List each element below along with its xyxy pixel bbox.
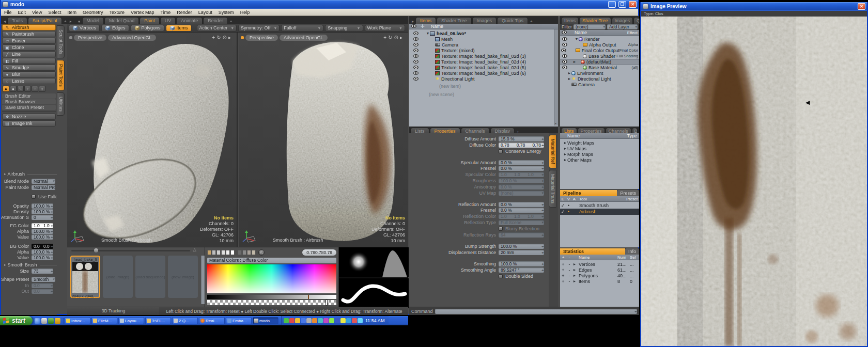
- quick-launch-icon[interactable]: [41, 318, 47, 324]
- add-to-selection-icon[interactable]: +: [560, 267, 566, 273]
- vtab-sculpt-tools[interactable]: Sculpt Tools: [57, 25, 65, 58]
- preview-collapse-arrow-icon[interactable]: ◀: [805, 99, 810, 106]
- menu-texture[interactable]: Texture: [106, 10, 128, 15]
- snapping-dropdown[interactable]: Snapping▼: [325, 25, 363, 31]
- attenuation-steps-field[interactable]: 0: [32, 215, 53, 220]
- falloff-dropdown[interactable]: Falloff▼: [281, 25, 323, 31]
- reflection-amount-field[interactable]: 0.0 %: [499, 202, 544, 207]
- menu-view[interactable]: View: [29, 10, 45, 15]
- tray-icon[interactable]: [358, 318, 363, 323]
- tray-icon[interactable]: [289, 318, 295, 323]
- tab-model[interactable]: Model: [82, 17, 104, 24]
- shader-row-final-color-output[interactable]: Final Color OutputFinal Color: [560, 48, 639, 53]
- item-row-texture-5[interactable]: Texture: Image: head_bake_final_02d (5): [409, 65, 558, 70]
- pipeline-row-airbrush[interactable]: ✓ • Airbrush: [560, 209, 639, 215]
- viewport-tabs-dot-icon[interactable]: ●: [76, 19, 82, 24]
- tabs-scroll-right-icon[interactable]: ▸: [68, 19, 73, 24]
- vtab-material-ref[interactable]: Material Ref: [549, 135, 556, 168]
- slider-handle[interactable]: [94, 248, 98, 253]
- tool-paintbrush[interactable]: ✎Paintbrush: [2, 31, 56, 37]
- expand-icon[interactable]: ►: [572, 268, 577, 272]
- stat-row-polygons[interactable]: +-►Polygons40......: [560, 273, 639, 278]
- rotate-icon[interactable]: ↻: [216, 35, 222, 40]
- item-row-mesh[interactable]: Mesh: [409, 36, 558, 42]
- reflection-type-select[interactable]: Full Scene: [499, 220, 544, 225]
- vtab-paint-tools[interactable]: Paint Tools: [57, 60, 65, 91]
- blurry-reflection-checkbox[interactable]: [499, 227, 503, 231]
- menu-select[interactable]: Select: [45, 10, 64, 15]
- add-viewport-tab-icon[interactable]: +: [228, 19, 234, 24]
- picker-mode-header[interactable]: Material Colors : Diffuse Color: [207, 258, 336, 263]
- tool-lasso[interactable]: ◌Lasso: [2, 78, 56, 84]
- eye-icon[interactable]: [562, 43, 567, 46]
- in-field[interactable]: 0.0: [32, 283, 53, 288]
- brush-browser-link[interactable]: Brush Browser: [2, 99, 56, 104]
- enabled-check-icon[interactable]: ✓: [560, 209, 566, 214]
- maximize-button[interactable]: ❐: [618, 1, 626, 8]
- taskbar-button-inbox[interactable]: Inbox...: [65, 317, 90, 324]
- list-row-other-maps[interactable]: ►Other Maps: [560, 157, 639, 163]
- viewport-left[interactable]: Perspective Advanced OpenGL +↻⊙▸ Smooth …: [67, 33, 238, 247]
- text-brush-tip-icon[interactable]: T: [39, 86, 45, 92]
- load-sequence-cell[interactable]: (load sequence): [135, 256, 165, 298]
- pipeline-row-smooth-brush[interactable]: ✓ • Smooth Brush: [560, 202, 639, 209]
- menu-help[interactable]: Help: [237, 10, 253, 15]
- shader-row-base-material[interactable]: Base Material(all): [560, 65, 639, 70]
- tool-clone[interactable]: ▣Clone: [2, 44, 56, 51]
- menu-item[interactable]: Item: [64, 10, 80, 15]
- tab-quick-tips2[interactable]: Quick Tips: [633, 17, 640, 24]
- specular-amount-field[interactable]: 0.0 %: [499, 160, 544, 165]
- taskbar-button-modo[interactable]: modo: [253, 317, 278, 324]
- stat-row-vertices[interactable]: +-►Vertices21......: [560, 261, 639, 267]
- item-row-directional-light[interactable]: ✹Directional Light: [409, 76, 558, 82]
- preview-titlebar[interactable]: Image Preview ✕: [641, 2, 867, 11]
- shader-row-base-shader[interactable]: Base ShaderFull Shading: [560, 53, 639, 59]
- diffuse-amount-field[interactable]: 15.0 %: [499, 136, 544, 141]
- smoothing-angle-field[interactable]: 89.5247 °: [499, 267, 544, 273]
- tool-fill[interactable]: ◧Fill: [2, 58, 56, 64]
- tray-icon[interactable]: [323, 318, 329, 323]
- add-layer-button[interactable]: Add Layer: [607, 24, 638, 29]
- image-browser-scrollbar[interactable]: [201, 256, 205, 304]
- expand-icon[interactable]: ►: [567, 77, 571, 81]
- color-swatch[interactable]: [212, 250, 216, 255]
- menu-time[interactable]: Time: [157, 10, 174, 15]
- thumbnail-head-bake[interactable]: head_bake_fi ... 2048 x 2048, ...: [70, 256, 100, 298]
- tab-uv[interactable]: UV: [160, 17, 176, 24]
- tab-model-quad[interactable]: Model Quad: [104, 17, 139, 24]
- eye-icon[interactable]: [413, 77, 419, 81]
- eye-icon[interactable]: [562, 66, 567, 69]
- reflection-fresnel-field[interactable]: 0.0 %: [499, 208, 544, 213]
- remove-from-selection-icon[interactable]: -: [566, 279, 572, 284]
- hard-brush-tip-icon[interactable]: ●: [10, 86, 17, 92]
- bg-value-field[interactable]: 100.0 %: [32, 255, 53, 260]
- taskbar-button-quark[interactable]: 2 Q...: [172, 317, 198, 324]
- out-field[interactable]: 0.0: [32, 289, 53, 294]
- item-row-texture-3[interactable]: Texture: Image: head_bake_final_02d (3): [409, 53, 558, 59]
- vtab-material-trans[interactable]: Material Trans: [549, 170, 556, 208]
- taskbar-button-realplayer[interactable]: Real...: [199, 317, 225, 324]
- thumbnail-size-slider[interactable]: △: [71, 250, 190, 251]
- tab-sculpt-paint[interactable]: Sculpt/Paint: [28, 17, 62, 24]
- save-brush-preset-link[interactable]: Save Brush Preset: [2, 105, 56, 110]
- statistics-header[interactable]: Statistics: [560, 248, 625, 255]
- shape-preset-select[interactable]: Smooth: [32, 277, 55, 282]
- list-row-morph-maps[interactable]: ►Morph Maps: [560, 151, 639, 157]
- new-scene-row[interactable]: (new scene): [409, 91, 558, 97]
- rotate-icon[interactable]: ↻: [388, 35, 394, 40]
- add-panel-tab-icon[interactable]: +: [529, 19, 534, 24]
- filter-select[interactable]: (none): [574, 24, 606, 29]
- clock[interactable]: 11:54 AM: [363, 318, 386, 323]
- shader-row-directional-light[interactable]: ►✹Directional Light: [560, 76, 639, 82]
- tracking-mode-label[interactable]: 3D Tracking: [67, 307, 160, 315]
- expand-icon[interactable]: ►: [567, 71, 571, 75]
- smoothing-field[interactable]: 100.0 %: [499, 261, 544, 266]
- item-row-scene[interactable]: ▼head_06.lwo*: [409, 30, 558, 36]
- menu-vertex-map[interactable]: Vertex Map: [128, 10, 158, 15]
- shader-row-environment[interactable]: ►Environment: [560, 70, 639, 76]
- start-button[interactable]: start: [0, 316, 33, 325]
- add-to-selection-icon[interactable]: +: [560, 262, 566, 267]
- add-to-selection-icon[interactable]: +: [560, 273, 566, 278]
- pan-icon[interactable]: +: [212, 35, 216, 40]
- fg-value-field[interactable]: 100.0 %: [32, 234, 53, 240]
